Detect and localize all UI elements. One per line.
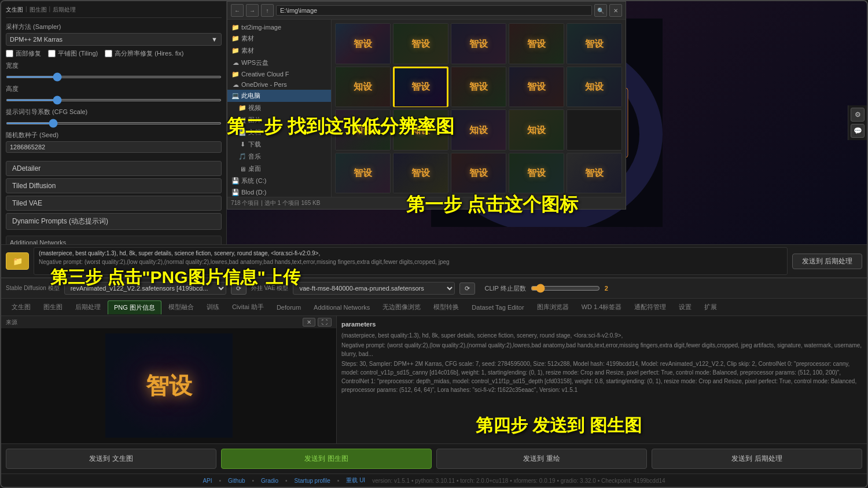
nav-forward-btn[interactable]: → [246,4,259,17]
tab-datasettag[interactable]: Dataset Tag Editor [466,302,529,313]
restore-faces-option[interactable]: 面部修复 [6,49,41,58]
file-thumb-00704[interactable]: 智设 00704-2784595001-(mas terpiece, best … [451,67,506,108]
vae-select[interactable]: vae-ft-mse-840000-ema-pruned.safetensors [293,282,455,295]
tab-txt2img[interactable]: 文生图 [6,300,36,314]
path-input[interactable] [276,5,592,16]
tab-extras[interactable]: 后期处理 [53,6,76,14]
tree-item-wps[interactable]: ☁ WPS云盘 [227,57,331,69]
file-thumb-00702[interactable]: 知设 00702-2784594999-(mas terpiece, best … [335,67,391,108]
tab-wd14[interactable]: WD 1.4标签器 [576,300,628,314]
nav-up-btn[interactable]: ↑ [261,4,274,17]
send-to-txt2img-btn[interactable]: 发送到 文生图 [6,449,216,469]
tree-item-creative[interactable]: 📁 Creative Cloud F [227,69,331,79]
dynamic-prompts-btn[interactable]: Dynamic Prompts (动态提示词) [6,213,222,230]
width-slider[interactable] [6,76,222,78]
file-thumb-00703[interactable]: 智设 00703-2784595000-(mas terpiece, best … [393,67,448,108]
file-thumb-00706-r2[interactable]: 知设 00706-2784595003-(mas terpiece, best … [567,67,622,108]
file-thumb-00708[interactable]: 知设 00708-2784595003-(mas terpiece, best … [393,109,448,151]
file-thumb-00710[interactable]: 知设 00710-2784595001-(mas terpiece, best … [509,109,564,151]
tab-txt2img[interactable]: 文生图 [6,6,23,14]
tiled-diffusion-btn[interactable]: Tiled Diffusion [6,178,222,193]
tab-wildcards[interactable]: 通配符管理 [628,300,672,314]
file-thumb-00699[interactable]: 智设 00699-2858109127-(mas terpiece, best … [451,23,506,64]
file-thumb-00711[interactable]: 智设 00711-2784595002-(mas terpiece, best … [335,153,391,194]
tab-merge[interactable]: 模型融合 [163,300,200,314]
send-to-inpaint-btn[interactable]: 发送到 重绘 [436,449,647,469]
footer-api-link[interactable]: API [203,478,212,484]
tab-pnginfo[interactable]: PNG 图片信息 [108,300,161,314]
footer-startup-link[interactable]: Startup profile [295,478,330,484]
clip-slider[interactable] [531,284,600,293]
tab-infinite[interactable]: 无边图像浏览 [377,300,426,314]
height-slider[interactable] [6,99,222,101]
file-thumb-00705[interactable]: 智设 00705-2784595002-(mas terpiece, best … [509,67,564,108]
model-refresh-btn[interactable]: ⟳ [231,282,247,295]
tree-item-txt2img[interactable]: 📁 txt2img-image [227,22,331,32]
file-thumb-00715[interactable]: 智设 00715-2784595003-(mas terpiece, best … [567,153,622,194]
tab-civitai[interactable]: Civitai 助手 [226,300,270,314]
adetailer-btn[interactable]: ADetailer [6,161,222,176]
tree-item-desktop[interactable]: 🖥 桌面 [227,163,331,175]
footer-github-link[interactable]: Github [228,478,245,484]
hires-fix-option[interactable]: 高分辨率修复 (Hires. fix) [105,49,183,58]
tiled-vae-btn[interactable]: Tiled VAE [6,196,222,211]
file-thumb-00712[interactable]: 智设 00712-2784595003-(mas terpiece, best … [393,153,448,194]
send-to-extras-btn[interactable]: 发送到 后期处理 [652,449,862,469]
footer-gradio-link[interactable]: Gradio [261,478,278,484]
model-select[interactable]: revAnimated_v122_V2.2.safetensors [4199b… [64,282,226,295]
file-thumb-00700[interactable]: 智设 00700-2784594597-(mas terpiece, best … [509,23,564,64]
seed-input[interactable]: 1286865282 [6,141,222,153]
nav-back-btn[interactable]: ← [231,4,244,17]
tree-item-downloads[interactable]: ⬇ 下载 [227,138,331,151]
tab-settings[interactable]: 设置 [673,300,697,314]
hires-fix-checkbox[interactable] [105,50,112,57]
tree-item-material1[interactable]: 📁 素材 [227,32,331,45]
tab-convert[interactable]: 模型转换 [428,300,465,314]
file-thumb-00714[interactable]: 智设 00714-2784595003-(mas terpiece, best … [509,153,564,194]
tab-extras[interactable]: 后期处理 [69,300,106,314]
tab-train[interactable]: 训练 [201,300,225,314]
tab-img2img[interactable]: 图生图 [38,300,68,314]
send-to-post-processing-btn[interactable]: 发送到 后期处理 [792,254,862,269]
tab-deforum[interactable]: Deforum [271,302,307,313]
sampler-select[interactable]: DPM++ 2M Karras ▼ [6,33,222,46]
tab-imgbrowser[interactable]: 图库浏览器 [531,300,575,314]
file-thumb-00713[interactable]: 智设 00713-2784595003-(mas terpiece, best … [451,153,506,194]
file-thumb-00701[interactable]: 智设 00701-2784594998-(mas terpiece, best … [567,23,622,64]
tree-item-docs[interactable]: 📄 文档 [227,126,331,138]
file-thumb-00707[interactable]: 知设 00707-2784595003-(mas terpiece, best … [335,109,391,151]
tree-item-pictures[interactable]: 🖼 图片 [227,114,331,126]
nav-search-btn[interactable]: 🔍 [594,4,607,17]
tree-item-music[interactable]: 🎵 音乐 [227,151,331,163]
send-to-img2img-btn[interactable]: 发送到 图生图 [221,449,432,469]
sidebar-icon-1[interactable]: ⚙ [851,108,865,122]
tree-item-material2[interactable]: 📁 素材 [227,45,331,57]
tiling-checkbox[interactable] [48,50,56,57]
folder-open-btn[interactable]: 📁 [6,252,29,270]
close-browser-btn[interactable]: ✕ [609,4,622,17]
folder-icon: 📄 [239,129,246,136]
tab-addnets[interactable]: Additional Networks [308,302,376,313]
restore-faces-checkbox[interactable] [6,50,13,57]
sidebar-icon-2[interactable]: 💬 [851,124,865,138]
file-thumb-00709[interactable]: 知设 00709-2784595003-(mas terpiece, best … [451,109,506,151]
bottom-section: Stable Diffusion 模型 revAnimated_v122_V2.… [1,277,867,487]
preview-zh-text: 智设 [146,370,192,402]
panel-close-btn[interactable]: ✕ [303,318,315,326]
cfg-slider[interactable] [6,122,222,124]
panel-expand-btn[interactable]: ⛶ [318,318,332,326]
tree-item-onedrive[interactable]: ☁ OneDrive - Pers [227,79,331,90]
tree-item-video[interactable]: 📁 视频 [227,102,331,114]
tree-item-drive-d[interactable]: 💾 Blod (D:) [227,187,331,197]
tiling-option[interactable]: 平铺图 (Tiling) [48,49,98,58]
tab-img2img[interactable]: 图生图 [30,6,47,14]
tab-extensions[interactable]: 扩展 [698,300,723,314]
file-thumb-00698[interactable]: 智设 00698-2858109126-(mas terpiece, best … [393,23,448,64]
file-thumb-00697[interactable]: 智设 00697-2858109123-(mas terpiece, best … [335,23,391,64]
tree-item-pc[interactable]: 💻 此电脑 [227,90,331,102]
footer-reload-link[interactable]: 重载 UI [346,476,365,485]
seed-label: 随机数种子 (Seed) [6,131,222,140]
thumb-preview: 智设 [509,24,564,64]
tree-item-drive-c[interactable]: 💾 系统 (C:) [227,175,331,187]
vae-refresh-btn[interactable]: ⟳ [459,282,475,295]
